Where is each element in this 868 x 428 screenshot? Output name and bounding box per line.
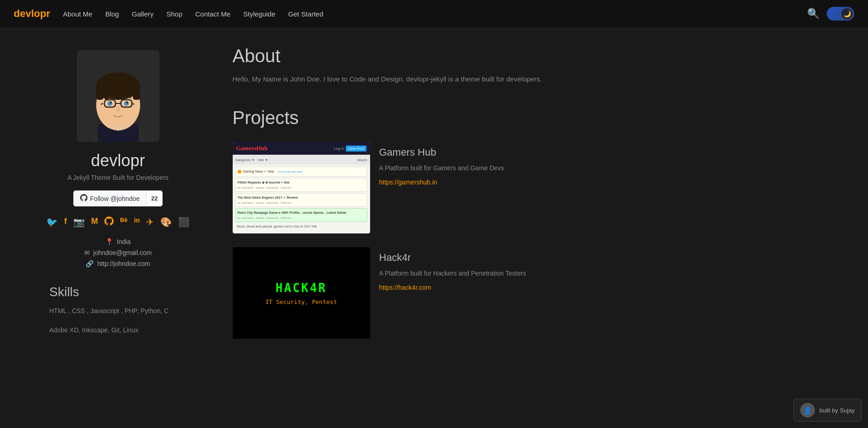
avatar — [77, 50, 159, 142]
instagram-icon[interactable]: 📷 — [73, 217, 85, 228]
nav-link-contact[interactable]: Contact Me — [195, 10, 230, 18]
sidebar-username: devlopr — [91, 151, 145, 170]
svg-rect-7 — [133, 86, 140, 100]
svg-point-17 — [126, 102, 128, 103]
project-name-1: Gamers Hub — [379, 146, 504, 158]
nav-link-blog[interactable]: Blog — [105, 10, 119, 18]
dribbble-icon[interactable]: 🎨 — [160, 217, 172, 228]
link-icon: 🔗 — [86, 260, 93, 267]
sidebar: devlopr A Jekyll Theme Built for Develop… — [22, 41, 214, 357]
navbar: devlopr About Me Blog Gallery Shop Conta… — [0, 0, 868, 27]
main-content: About Hello, My Name is John Doe. I love… — [214, 41, 846, 357]
flickr-icon[interactable]: ⬛ — [178, 217, 190, 228]
nav-link-gallery[interactable]: Gallery — [132, 10, 154, 18]
svg-point-16 — [110, 102, 112, 103]
email-icon: ✉ — [84, 249, 90, 256]
behance-icon[interactable]: Bē — [120, 217, 128, 228]
github-social-icon[interactable] — [104, 217, 114, 228]
built-by-avatar: 👤 — [800, 403, 815, 417]
skills-title: Skills — [49, 285, 187, 299]
social-icons-row: 🐦 f 📷 M Bē in ✈ 🎨 ⬛ — [46, 217, 190, 228]
project-desc-1: A Platform built for Gamers and Game Dev… — [379, 163, 504, 173]
nav-link-about[interactable]: About Me — [63, 10, 92, 18]
project-link-2[interactable]: https://hack4r.com — [379, 284, 526, 291]
project-screenshot-hack4r: HACK4R IT Security, Pentest — [233, 247, 370, 339]
svg-point-14 — [108, 101, 112, 106]
projects-title: Projects — [233, 108, 828, 128]
search-button[interactable]: 🔍 — [807, 8, 819, 20]
follow-button-container: Follow @johndoe 22 — [73, 190, 163, 206]
project-info-2: Hack4r A Platform built for Hackers and … — [379, 247, 526, 339]
about-text: Hello, My Name is John Doe. I love to Co… — [233, 74, 828, 85]
skills-section: Skills HTML , CSS , Javascript , PHP, Py… — [36, 271, 201, 336]
location-icon: 📍 — [105, 238, 113, 245]
nav-right: 🔍 🌙 — [807, 7, 854, 21]
follow-button[interactable]: Follow @johndoe — [74, 191, 146, 206]
follow-label: Follow @johndoe — [90, 195, 140, 202]
project-item-2: HACK4R IT Security, Pentest Hack4r A Pla… — [233, 247, 828, 339]
built-by-badge: 👤 built by Sujay — [793, 399, 862, 422]
page-container: devlopr A Jekyll Theme Built for Develop… — [22, 27, 846, 371]
svg-point-15 — [124, 101, 129, 106]
website-link[interactable]: http://johndoe.com — [97, 260, 150, 267]
github-icon — [80, 194, 87, 203]
nav-link-styleguide[interactable]: Styleguide — [243, 10, 275, 18]
skills-coding: HTML , CSS , Javascript , PHP, Python, C — [49, 306, 187, 317]
project-desc-2: A Platform built for Hackers and Penetra… — [379, 268, 526, 278]
project-screenshot-gamershub: GamersHub Log In New Post Categories ▼ V… — [233, 142, 370, 233]
telegram-icon[interactable]: ✈ — [146, 217, 154, 228]
project-link-1[interactable]: https://gamershub.in — [379, 179, 504, 186]
follow-count: 22 — [146, 192, 162, 205]
medium-icon[interactable]: M — [91, 217, 98, 228]
about-title: About — [233, 46, 828, 66]
project-item-1: GamersHub Log In New Post Categories ▼ V… — [233, 142, 828, 233]
linkedin-icon[interactable]: in — [134, 217, 140, 228]
nav-left: devlopr About Me Blog Gallery Shop Conta… — [14, 8, 323, 20]
location-text: India — [117, 238, 131, 245]
nav-link-shop[interactable]: Shop — [166, 10, 182, 18]
theme-toggle-button[interactable]: 🌙 — [827, 7, 854, 21]
location-row: 📍 India — [36, 238, 201, 245]
project-info-1: Gamers Hub A Platform built for Gamers a… — [379, 142, 504, 233]
sidebar-tagline: A Jekyll Theme Built for Developers — [67, 174, 169, 181]
skills-tools: Adobe XD, Inkscape, Git, Linux — [49, 325, 187, 336]
facebook-icon[interactable]: f — [64, 217, 67, 228]
email-link[interactable]: johndoe@gmail.com — [93, 249, 152, 256]
built-by-text: built by Sujay — [819, 407, 855, 414]
nav-brand[interactable]: devlopr — [14, 8, 50, 20]
hack4r-tagline: IT Security, Pentest — [265, 298, 337, 305]
theme-moon-icon: 🌙 — [841, 8, 852, 19]
nav-link-getstarted[interactable]: Get Started — [288, 10, 323, 18]
hack4r-logo: HACK4R — [276, 281, 327, 295]
project-name-2: Hack4r — [379, 252, 526, 264]
website-row: 🔗 http://johndoe.com — [36, 260, 201, 267]
email-row: ✉ johndoe@gmail.com — [36, 249, 201, 256]
twitter-icon[interactable]: 🐦 — [46, 217, 58, 228]
